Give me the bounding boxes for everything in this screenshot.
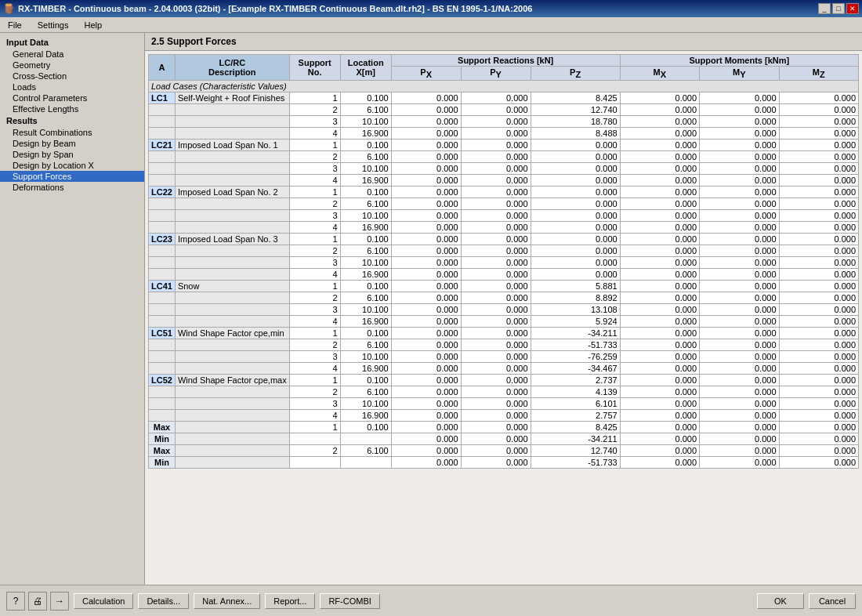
table-row: 0.000	[779, 386, 859, 398]
table-row: 0.000	[461, 257, 531, 269]
table-row: 13.108	[531, 304, 620, 316]
menu-help[interactable]: Help	[79, 20, 107, 31]
sidebar-item-deformations[interactable]: Deformations	[0, 182, 144, 193]
table-row: 0.000	[700, 269, 779, 281]
table-row: 5.881	[531, 281, 620, 292]
table-row: 0.000	[391, 281, 461, 292]
menu-bar: File Settings Help	[0, 17, 862, 33]
table-lc-cell	[149, 363, 176, 375]
table-row: 0.000	[461, 269, 531, 281]
col-header-px: PX	[391, 67, 461, 81]
table-row: 0.000	[531, 222, 620, 234]
table-row: 4	[289, 175, 340, 187]
table-row: 0.000	[391, 163, 461, 175]
table-desc-cell	[175, 339, 289, 351]
table-lc-cell	[149, 257, 176, 269]
table-row: 6.100	[340, 386, 391, 398]
cancel-button[interactable]: Cancel	[809, 593, 856, 609]
table-container[interactable]: A LC/RCDescription SupportNo. LocationX[…	[145, 51, 862, 585]
table-summary-empty	[175, 422, 289, 433]
details-button[interactable]: Details...	[138, 593, 189, 609]
print-icon-button[interactable]: 🖨	[28, 592, 47, 611]
table-desc-cell	[175, 410, 289, 422]
sidebar-item-design-by-location[interactable]: Design by Location X	[0, 160, 144, 171]
table-desc-cell: Wind Shape Factor cpe,min	[175, 328, 289, 339]
sidebar-item-control-params[interactable]: Control Parameters	[0, 92, 144, 103]
sidebar-item-support-forces[interactable]: Support Forces	[0, 171, 144, 182]
rf-combi-button[interactable]: RF-COMBI	[320, 593, 379, 609]
menu-file[interactable]: File	[3, 20, 27, 31]
table-row: 0.000	[461, 140, 531, 151]
table-row: 0.000	[531, 245, 620, 257]
table-summary-empty	[175, 445, 289, 457]
table-row: 0.000	[391, 128, 461, 140]
table-row: 0.000	[391, 433, 461, 445]
table-row: 3	[289, 398, 340, 410]
sidebar-item-design-by-span[interactable]: Design by Span	[0, 149, 144, 160]
table-row: 4	[289, 269, 340, 281]
table-desc-cell: Imposed Load Span No. 3	[175, 234, 289, 245]
ok-button[interactable]: OK	[757, 593, 804, 609]
table-row: 0.000	[531, 151, 620, 163]
sidebar-item-result-combinations[interactable]: Result Combinations	[0, 127, 144, 138]
report-button[interactable]: Report...	[265, 593, 315, 609]
table-row: 0.000	[779, 339, 859, 351]
table-row: 3	[289, 210, 340, 222]
table-lc-cell	[149, 386, 176, 398]
col-header-mz: MZ	[779, 67, 859, 81]
table-row: 0.100	[340, 422, 391, 433]
table-row: 0.100	[340, 92, 391, 104]
table-row: 0.000	[779, 175, 859, 187]
table-row: 1	[289, 281, 340, 292]
table-lc-cell: LC21	[149, 140, 176, 151]
table-row: 18.780	[531, 116, 620, 128]
calculation-button[interactable]: Calculation	[74, 593, 133, 609]
table-row: 0.000	[531, 163, 620, 175]
table-row: 0.000	[700, 128, 779, 140]
table-row: 0.000	[700, 116, 779, 128]
table-row: 0.000	[700, 386, 779, 398]
sidebar-item-general-data[interactable]: General Data	[0, 49, 144, 60]
table-row: 0.000	[779, 163, 859, 175]
minimize-button[interactable]: _	[818, 3, 831, 14]
table-row: 0.100	[340, 187, 391, 198]
table-summary-type: Min	[149, 457, 176, 469]
menu-settings[interactable]: Settings	[33, 20, 74, 31]
table-row: 0.000	[779, 234, 859, 245]
table-summary-type: Max	[149, 445, 176, 457]
table-row: 6.100	[340, 245, 391, 257]
table-row: 12.740	[531, 104, 620, 116]
table-row: 0.000	[620, 269, 699, 281]
table-row: 0.000	[700, 281, 779, 292]
sidebar-item-cross-section[interactable]: Cross-Section	[0, 71, 144, 82]
sidebar-item-effective-lengths[interactable]: Effective Lengths	[0, 103, 144, 114]
maximize-button[interactable]: □	[832, 3, 845, 14]
table-desc-cell	[175, 222, 289, 234]
table-lc-cell	[149, 304, 176, 316]
table-row: 0.000	[461, 351, 531, 363]
table-row: 0.000	[620, 292, 699, 304]
table-row: 0.000	[461, 410, 531, 422]
table-row: 0.000	[461, 187, 531, 198]
table-row: 2.737	[531, 375, 620, 386]
close-button[interactable]: ✕	[846, 3, 859, 14]
table-row: 0.000	[391, 175, 461, 187]
sidebar-item-loads[interactable]: Loads	[0, 82, 144, 92]
table-row: 0.000	[779, 363, 859, 375]
help-icon-button[interactable]: ?	[6, 592, 25, 611]
table-row: 16.900	[340, 128, 391, 140]
table-row: 0.000	[779, 151, 859, 163]
table-row: 0.000	[779, 457, 859, 469]
table-row: 0.000	[700, 222, 779, 234]
table-row: 0.000	[700, 163, 779, 175]
sidebar-item-geometry[interactable]: Geometry	[0, 60, 144, 71]
table-desc-cell	[175, 363, 289, 375]
col-header-location: LocationX[m]	[340, 55, 391, 81]
table-row: 0.000	[700, 316, 779, 328]
sidebar-item-design-by-beam[interactable]: Design by Beam	[0, 138, 144, 149]
table-row: -76.259	[531, 351, 620, 363]
table-row: 0.000	[779, 187, 859, 198]
table-row: 6.100	[340, 198, 391, 210]
nat-annex-button[interactable]: Nat. Annex...	[194, 593, 260, 609]
export-icon-button[interactable]: →	[50, 592, 69, 611]
